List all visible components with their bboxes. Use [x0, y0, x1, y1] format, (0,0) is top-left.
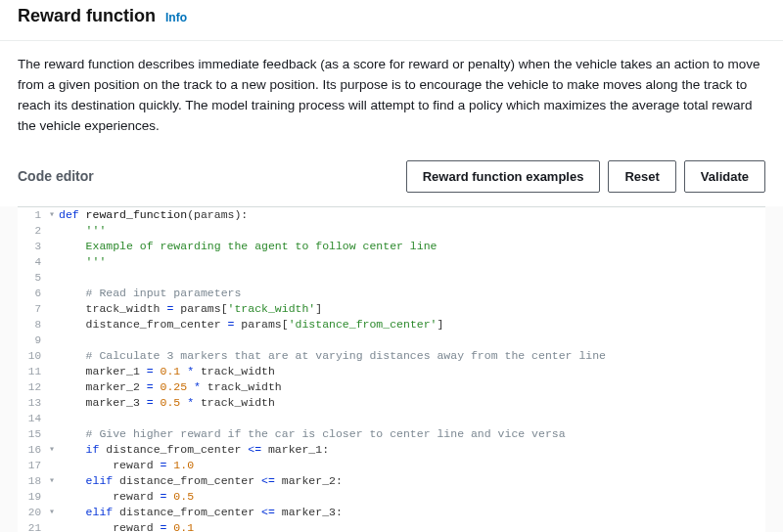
line-number: 20: [18, 505, 47, 520]
code-text[interactable]: distance_from_center = params['distance_…: [57, 317, 443, 332]
code-line[interactable]: 9: [18, 332, 765, 348]
code-line[interactable]: 10 # Calculate 3 markers that are at var…: [18, 348, 765, 364]
code-line[interactable]: 18▾ elif distance_from_center <= marker_…: [18, 473, 765, 489]
code-text[interactable]: elif distance_from_center <= marker_2:: [57, 473, 343, 489]
line-number: 2: [18, 223, 47, 239]
fold-marker-icon[interactable]: ▾: [47, 442, 57, 458]
section-header: Reward function Info: [0, 0, 783, 40]
fold-marker-icon: [47, 426, 57, 442]
fold-marker-icon: [47, 489, 57, 505]
fold-marker-icon: [47, 223, 57, 239]
code-line[interactable]: 15 # Give higher reward if the car is cl…: [18, 426, 765, 442]
line-number: 17: [18, 458, 47, 473]
code-line[interactable]: 2 ''': [18, 223, 765, 239]
line-number: 13: [18, 395, 47, 411]
validate-button[interactable]: Validate: [684, 160, 765, 193]
code-text[interactable]: # Calculate 3 markers that are at varyin…: [57, 348, 606, 364]
code-text[interactable]: # Read input parameters: [57, 286, 241, 301]
page: Reward function Info The reward function…: [0, 0, 783, 532]
code-text[interactable]: reward = 0.5: [57, 489, 194, 505]
code-text[interactable]: ''': [57, 223, 106, 239]
fold-marker-icon: [47, 317, 57, 332]
line-number: 15: [18, 426, 47, 442]
fold-marker-icon: [47, 379, 57, 395]
fold-marker-icon: [47, 270, 57, 286]
line-number: 8: [18, 317, 47, 332]
code-text[interactable]: elif distance_from_center <= marker_3:: [57, 505, 343, 520]
line-number: 12: [18, 379, 47, 395]
fold-marker-icon: [47, 286, 57, 301]
fold-marker-icon: [47, 254, 57, 270]
code-text[interactable]: track_width = params['track_width']: [57, 301, 322, 317]
code-text[interactable]: marker_2 = 0.25 * track_width: [57, 379, 282, 395]
fold-marker-icon: [47, 239, 57, 254]
code-line[interactable]: 11 marker_1 = 0.1 * track_width: [18, 364, 765, 379]
code-line[interactable]: 21 reward = 0.1: [18, 520, 765, 532]
page-title: Reward function: [18, 6, 156, 26]
fold-marker-icon: [47, 395, 57, 411]
line-number: 9: [18, 332, 47, 348]
fold-marker-icon[interactable]: ▾: [47, 473, 57, 489]
code-line[interactable]: 12 marker_2 = 0.25 * track_width: [18, 379, 765, 395]
reset-button[interactable]: Reset: [608, 160, 675, 193]
code-line[interactable]: 8 distance_from_center = params['distanc…: [18, 317, 765, 332]
line-number: 10: [18, 348, 47, 364]
code-line[interactable]: 13 marker_3 = 0.5 * track_width: [18, 395, 765, 411]
code-line[interactable]: 4 ''': [18, 254, 765, 270]
editor-toolbar: Code editor Reward function examples Res…: [0, 155, 783, 206]
fold-marker-icon: [47, 348, 57, 364]
line-number: 5: [18, 270, 47, 286]
code-editor[interactable]: 1▾def reward_function(params):2 '''3 Exa…: [18, 206, 765, 532]
description-text: The reward function describes immediate …: [0, 41, 783, 155]
code-line[interactable]: 17 reward = 1.0: [18, 458, 765, 473]
code-text[interactable]: Example of rewarding the agent to follow…: [57, 239, 437, 254]
line-number: 7: [18, 301, 47, 317]
line-number: 21: [18, 520, 47, 532]
panel: The reward function describes immediate …: [0, 40, 783, 532]
code-editor-label: Code editor: [18, 168, 94, 184]
code-line[interactable]: 20▾ elif distance_from_center <= marker_…: [18, 505, 765, 520]
code-line[interactable]: 1▾def reward_function(params):: [18, 207, 765, 223]
code-text[interactable]: marker_3 = 0.5 * track_width: [57, 395, 275, 411]
fold-marker-icon: [47, 332, 57, 348]
code-text[interactable]: if distance_from_center <= marker_1:: [57, 442, 329, 458]
code-block[interactable]: 1▾def reward_function(params):2 '''3 Exa…: [18, 207, 765, 532]
code-text[interactable]: def reward_function(params):: [57, 207, 248, 223]
code-text[interactable]: ''': [57, 254, 106, 270]
line-number: 6: [18, 286, 47, 301]
fold-marker-icon[interactable]: ▾: [47, 207, 57, 223]
line-number: 1: [18, 207, 47, 223]
reward-function-examples-button[interactable]: Reward function examples: [406, 160, 601, 193]
code-text[interactable]: [57, 411, 59, 426]
code-text[interactable]: reward = 0.1: [57, 520, 194, 532]
code-text[interactable]: marker_1 = 0.1 * track_width: [57, 364, 275, 379]
fold-marker-icon[interactable]: ▾: [47, 505, 57, 520]
info-link[interactable]: Info: [165, 11, 187, 24]
fold-marker-icon: [47, 520, 57, 532]
line-number: 4: [18, 254, 47, 270]
code-text[interactable]: # Give higher reward if the car is close…: [57, 426, 566, 442]
code-line[interactable]: 19 reward = 0.5: [18, 489, 765, 505]
line-number: 11: [18, 364, 47, 379]
fold-marker-icon: [47, 301, 57, 317]
code-line[interactable]: 14: [18, 411, 765, 426]
line-number: 14: [18, 411, 47, 426]
code-text[interactable]: [57, 270, 59, 286]
code-line[interactable]: 6 # Read input parameters: [18, 286, 765, 301]
fold-marker-icon: [47, 364, 57, 379]
line-number: 16: [18, 442, 47, 458]
code-line[interactable]: 3 Example of rewarding the agent to foll…: [18, 239, 765, 254]
line-number: 19: [18, 489, 47, 505]
fold-marker-icon: [47, 458, 57, 473]
code-line[interactable]: 16▾ if distance_from_center <= marker_1:: [18, 442, 765, 458]
code-text[interactable]: reward = 1.0: [57, 458, 194, 473]
code-line[interactable]: 5: [18, 270, 765, 286]
line-number: 3: [18, 239, 47, 254]
fold-marker-icon: [47, 411, 57, 426]
code-text[interactable]: [57, 332, 59, 348]
line-number: 18: [18, 473, 47, 489]
code-line[interactable]: 7 track_width = params['track_width']: [18, 301, 765, 317]
